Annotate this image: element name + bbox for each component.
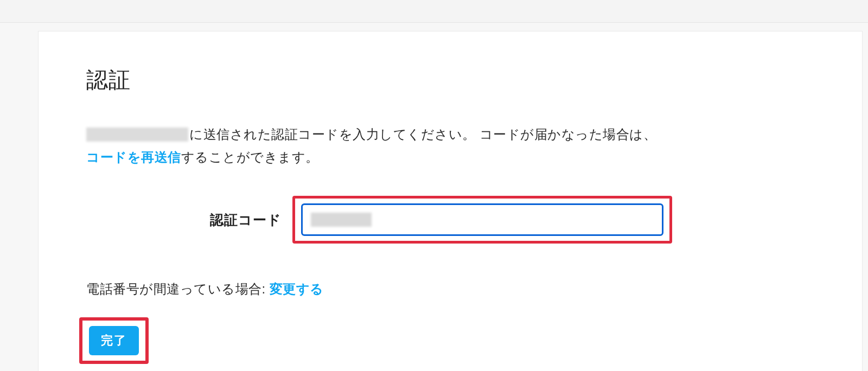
submit-button[interactable]: 完了 bbox=[89, 326, 139, 355]
input-highlight-box bbox=[292, 196, 672, 244]
description-text: に送信された認証コードを入力してください。 コードが届かなった場合は、 コードを… bbox=[86, 123, 819, 169]
redacted-phone bbox=[86, 127, 188, 142]
resend-code-link[interactable]: コードを再送信 bbox=[86, 150, 181, 164]
page-wrap: 認証 に送信された認証コードを入力してください。 コードが届かなった場合は、 コ… bbox=[0, 23, 868, 371]
code-label: 認証コード bbox=[86, 211, 292, 229]
change-phone-link[interactable]: 変更する bbox=[270, 282, 324, 296]
verification-card: 認証 に送信された認証コードを入力してください。 コードが届かなった場合は、 コ… bbox=[38, 31, 863, 371]
input-overlay bbox=[301, 203, 663, 236]
verification-code-input[interactable] bbox=[301, 203, 663, 236]
wrong-phone-prefix: 電話番号が間違っている場合: bbox=[86, 282, 270, 296]
submit-highlight-box: 完了 bbox=[79, 317, 149, 364]
wrong-phone-text: 電話番号が間違っている場合: 変更する bbox=[86, 280, 819, 298]
code-form-row: 認証コード bbox=[86, 196, 819, 244]
description-part1: に送信された認証コードを入力してください。 コードが届かなった場合は、 bbox=[189, 127, 656, 142]
description-part2: することができます。 bbox=[181, 150, 319, 164]
page-heading: 認証 bbox=[86, 65, 819, 95]
top-bar bbox=[0, 0, 868, 23]
